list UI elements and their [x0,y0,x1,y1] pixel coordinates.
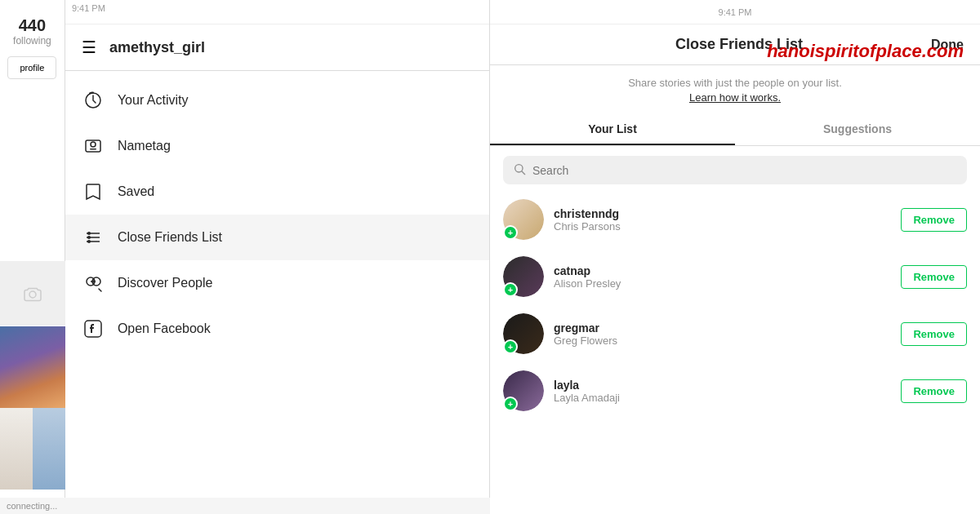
subtitle-area: Share stories with just the people on yo… [490,65,980,104]
avatar-wrap [503,199,544,240]
right-time: 9:41 PM [719,7,752,17]
facebook-icon [82,317,105,340]
learn-link[interactable]: Learn how it works. [689,91,781,104]
done-button[interactable]: Done [931,38,964,52]
username-label: amethyst_girl [109,39,205,56]
friend-username: catnap [554,264,901,277]
close-friend-badge [503,397,518,411]
friend-item: catnap Alison Presley Remove [490,248,980,305]
svg-point-9 [87,236,91,239]
svg-line-13 [99,289,101,291]
menu-item-activity[interactable]: Your Activity [65,78,489,123]
friend-full-name: Alison Presley [554,277,901,290]
left-panel: 440 following profile 9:41 PM [0,0,490,514]
friend-full-name: Layla Amadaji [554,392,901,404]
panel-title: Close Friends List [675,36,803,53]
svg-line-18 [522,171,525,175]
avatar-wrap [503,370,544,411]
friend-username: layla [554,379,901,392]
menu-item-discover[interactable]: Discover People [65,260,489,306]
nametag-icon [82,135,105,157]
right-top-bar: 9:41 PM [490,0,980,24]
friend-username: christenndg [554,207,901,220]
close-friends-icon [82,226,105,249]
friends-list: christenndg Chris Parsons Remove catnap … [490,191,980,514]
search-bar[interactable] [503,156,967,184]
menu-item-saved[interactable]: Saved [65,169,489,215]
tab-your-list[interactable]: Your List [490,114,735,145]
friend-info: christenndg Chris Parsons [554,207,901,233]
camera-icon [23,284,42,304]
avatar-wrap [503,256,544,297]
menu-item-facebook[interactable]: Open Facebook [65,306,489,352]
saved-label: Saved [118,184,154,199]
nametag-label: Nametag [118,139,171,153]
svg-point-10 [87,240,91,243]
menu-item-nametag[interactable]: Nametag [65,123,489,169]
remove-button[interactable]: Remove [901,208,967,232]
friend-info: gregmar Greg Flowers [554,321,901,347]
left-time: 9:41 PM [72,3,105,13]
photo-bottom [0,408,65,490]
close-friends-label: Close Friends List [118,230,222,245]
close-friend-badge [503,339,518,354]
status-text: connecting... [7,501,57,511]
remove-button[interactable]: Remove [901,265,967,289]
friend-username: gregmar [554,321,901,335]
saved-icon [82,180,105,203]
remove-button[interactable]: Remove [901,379,967,403]
menu-header: ☰ amethyst_girl [65,24,489,71]
photo-grid [0,261,65,490]
discover-icon [82,272,105,295]
svg-point-0 [29,291,36,298]
left-top-bar: 9:41 PM [65,0,489,24]
svg-point-8 [87,232,91,235]
following-label: following [13,35,51,47]
friend-full-name: Chris Parsons [554,220,901,233]
following-count: 440 [19,16,46,35]
remove-button[interactable]: Remove [901,322,967,346]
activity-icon [82,89,105,112]
avatar-wrap [503,313,544,354]
camera-placeholder [0,261,65,326]
profile-sidebar: 440 following profile [0,0,65,514]
menu-items-list: Your Activity Nametag [65,71,489,358]
menu-panel: 9:41 PM ☰ amethyst_girl Your Activity [65,0,489,514]
friend-item: christenndg Chris Parsons Remove [490,191,980,248]
search-icon [513,162,526,178]
right-panel: hanoispiritofplace.com 9:41 PM Close Fri… [490,0,980,514]
close-friend-badge [503,225,518,240]
discover-label: Discover People [118,276,213,290]
tabs-row: Your List Suggestions [490,114,980,146]
svg-point-3 [91,142,96,147]
close-friend-badge [503,282,518,297]
friend-full-name: Greg Flowers [554,335,901,347]
svg-rect-4 [90,148,96,150]
following-stats: 440 following [13,16,51,47]
friend-info: layla Layla Amadaji [554,379,901,404]
facebook-label: Open Facebook [118,321,211,336]
friend-item: layla Layla Amadaji Remove [490,362,980,419]
profile-button[interactable]: profile [7,56,56,79]
hamburger-icon[interactable]: ☰ [82,38,96,57]
photo-couple [0,326,65,408]
status-bar: connecting... [0,498,490,514]
menu-item-close-friends[interactable]: Close Friends List [65,215,489,260]
subtitle-text: Share stories with just the people on yo… [506,75,964,90]
panel-header: Close Friends List Done [490,24,980,65]
friend-info: catnap Alison Presley [554,264,901,290]
search-input[interactable] [532,164,957,177]
subtitle-copy: Share stories with just the people on yo… [628,77,842,89]
tab-suggestions[interactable]: Suggestions [735,114,980,145]
friend-item: gregmar Greg Flowers Remove [490,305,980,362]
activity-label: Your Activity [118,93,189,108]
